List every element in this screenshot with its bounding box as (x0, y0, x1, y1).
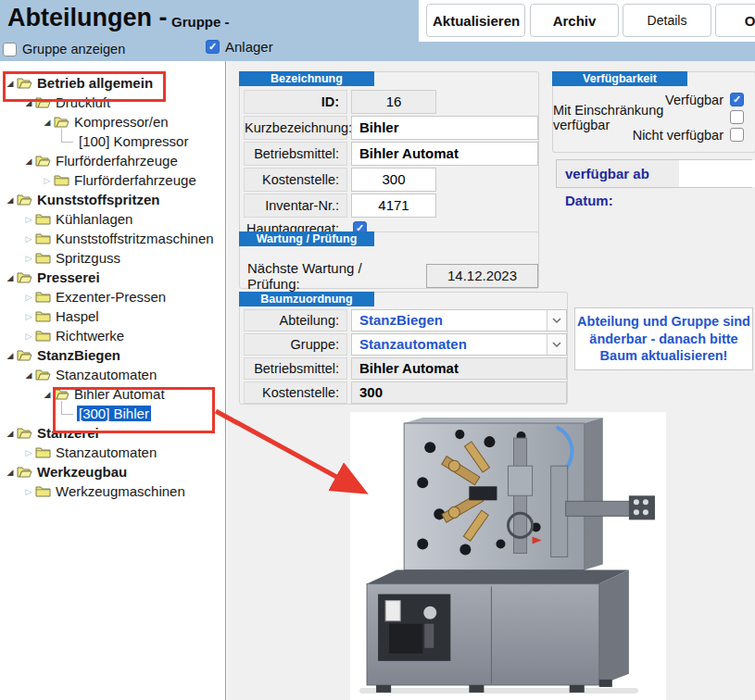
tree-item[interactable]: ◢Betrieb allgemein (0, 73, 225, 93)
chevron-down-icon[interactable] (547, 334, 566, 355)
tree-item-label: Flurförderfahrzeuge (54, 153, 180, 169)
tree-item[interactable]: ▷Stanzautomaten (0, 443, 225, 462)
tree-item[interactable]: ▷Kühlanlagen (0, 209, 225, 229)
gruppe-anzeigen-checkbox[interactable] (3, 43, 17, 56)
tree-item-label: Kunststoffstritzmaschinen (54, 231, 216, 246)
tree-item[interactable]: ◢Stanzerei (0, 423, 225, 443)
gruppe-dropdown[interactable]: Stanzautomaten (351, 333, 567, 356)
aktualisieren-button[interactable]: Aktualisieren (426, 4, 525, 37)
kostenstelle-input[interactable]: 300 (351, 168, 436, 192)
betriebsmittel-input[interactable]: Bihler Automat (351, 142, 538, 166)
tree-item[interactable]: ▷Exzenter-Pressen (0, 287, 225, 306)
tree-item-label: [300] Bihler (77, 406, 151, 421)
tree-item-label: Haspel (54, 308, 101, 324)
machine-illustration (350, 412, 666, 700)
mit-einschraenkung-checkbox[interactable] (730, 110, 744, 124)
tree-item-label: Kühlanlagen (54, 211, 134, 227)
section-baumzuordnung-title: Baumzuordnung (239, 292, 374, 306)
section-verfuegbarkeit-title: Verfügbarkeit (552, 71, 687, 86)
tree-item[interactable]: ◢Kunststoffspritzen (0, 190, 225, 209)
id-label: ID: (244, 90, 347, 114)
gruppe-anzeigen-checkbox-row: Gruppe anzeigen (3, 42, 125, 56)
verfuegbar-ab-datum-input[interactable] (679, 160, 755, 187)
tree-item-label: Presserei (35, 269, 102, 285)
tree-item[interactable]: [300] Bihler (0, 404, 225, 423)
archiv-button[interactable]: Archiv (530, 4, 619, 37)
expanded-arrow-icon[interactable]: ◢ (4, 429, 17, 438)
collapsed-arrow-icon[interactable]: ▷ (41, 176, 54, 185)
closed-folder-icon (35, 330, 51, 342)
machine-photo (350, 412, 666, 700)
collapsed-arrow-icon[interactable]: ▷ (22, 293, 35, 302)
kurzbezeichnung-input[interactable]: Bihler (351, 116, 538, 140)
gruppe-dropdown-value: Stanzautomaten (359, 336, 467, 352)
expanded-arrow-icon[interactable]: ◢ (4, 79, 17, 88)
expanded-arrow-icon[interactable]: ◢ (41, 118, 54, 127)
tree-item-label: Kunststoffspritzen (35, 192, 162, 207)
tree-item-label: Kompressor/en (72, 114, 170, 130)
expanded-arrow-icon[interactable]: ◢ (4, 468, 17, 477)
baum-betriebsmittel-label: Betriebsmittel: (244, 357, 347, 380)
section-wartung: Wartung / Prüfung Nächste Wartung / Prüf… (239, 231, 539, 289)
tree-connector-line (61, 401, 73, 415)
tree-item[interactable]: ◢Bihler Automat (0, 384, 225, 404)
tree-item[interactable]: ◢Stanzautomaten (0, 365, 225, 384)
expanded-arrow-icon[interactable]: ◢ (4, 195, 17, 205)
ok-button[interactable]: OK (715, 4, 755, 37)
header-bar: Abteilungen - Gruppe - Gruppe anzeigen A… (0, 0, 755, 61)
tree-item[interactable]: ▷Werkzeugmaschinen (0, 481, 225, 501)
closed-folder-icon (35, 213, 51, 225)
expanded-arrow-icon[interactable]: ◢ (4, 351, 17, 360)
inventar-nr-input[interactable]: 4171 (351, 194, 436, 218)
collapsed-arrow-icon[interactable]: ▷ (22, 215, 35, 224)
expanded-arrow-icon[interactable]: ◢ (22, 98, 35, 107)
tree-item[interactable]: ▷Richtwerke (0, 326, 225, 345)
section-bezeichnung-title: Bezeichnung (239, 71, 374, 86)
collapsed-arrow-icon[interactable]: ▷ (22, 254, 35, 263)
page-title: Abteilungen - (7, 4, 167, 32)
abteilung-dropdown-value: StanzBiegen (359, 312, 443, 328)
open-folder-icon (54, 388, 69, 400)
closed-folder-icon (35, 310, 51, 322)
tree-item[interactable]: ◢Flurförderfahrzeuge (0, 151, 225, 170)
tree-item-label: Stanzerei (35, 425, 101, 441)
collapsed-arrow-icon[interactable]: ▷ (22, 312, 35, 321)
id-value: 16 (351, 90, 436, 114)
tree-item[interactable]: ▷Spritzguss (0, 248, 225, 268)
naechste-wartung-value[interactable]: 14.12.2023 (426, 264, 538, 288)
open-folder-icon (17, 427, 32, 439)
nicht-verfuegbar-checkbox[interactable] (730, 128, 744, 142)
open-folder-icon (17, 194, 32, 206)
details-button[interactable]: Details (623, 4, 711, 37)
abteilung-label: Abteilung: (244, 309, 347, 331)
chevron-down-icon[interactable] (547, 310, 566, 331)
anlager-checkbox-row: Anlager (206, 39, 273, 55)
closed-folder-icon (54, 174, 69, 186)
expanded-arrow-icon[interactable]: ◢ (41, 390, 54, 399)
tree-item[interactable]: ◢Werkzeugbau (0, 462, 225, 481)
expanded-arrow-icon[interactable]: ◢ (22, 156, 35, 166)
tree-item[interactable]: [100] Kompressor (0, 131, 225, 151)
tree-item[interactable]: ◢Kompressor/en (0, 112, 225, 131)
baum-kostenstelle-value: 300 (351, 381, 567, 404)
tree-item[interactable]: ▷Haspel (0, 306, 225, 326)
closed-folder-icon (35, 291, 51, 303)
expanded-arrow-icon[interactable]: ◢ (4, 273, 17, 282)
closed-folder-icon (35, 485, 51, 497)
tree-item[interactable]: ◢StanzBiegen (0, 345, 225, 365)
collapsed-arrow-icon[interactable]: ▷ (22, 448, 35, 457)
expanded-arrow-icon[interactable]: ◢ (22, 370, 35, 380)
abteilung-dropdown[interactable]: StanzBiegen (351, 309, 567, 331)
tree-item[interactable]: ◢Presserei (0, 268, 225, 287)
anlager-checkbox[interactable] (206, 40, 220, 54)
collapsed-arrow-icon[interactable]: ▷ (22, 331, 35, 341)
collapsed-arrow-icon[interactable]: ▷ (22, 234, 35, 244)
collapsed-arrow-icon[interactable]: ▷ (22, 487, 35, 496)
tree-item-label: Werkzeugmaschinen (54, 483, 187, 499)
tree-item-label: Druckluft (54, 94, 112, 110)
tree-item[interactable]: ▷Kunststoffstritzmaschinen (0, 229, 225, 248)
tree-item[interactable]: ▷Flurförderfahrzeuge (0, 170, 225, 190)
verfuegbar-checkbox[interactable] (730, 93, 744, 106)
open-folder-icon (35, 369, 51, 381)
tree-item[interactable]: ◢Druckluft (0, 93, 225, 112)
